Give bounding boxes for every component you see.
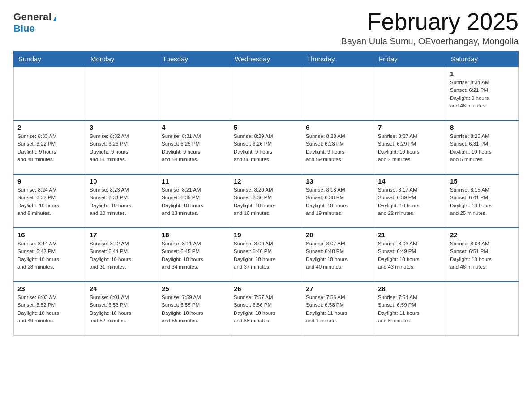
calendar-cell-week5-day5: 28Sunrise: 7:54 AMSunset: 6:59 PMDayligh… (374, 282, 446, 335)
day-number: 12 (234, 177, 298, 185)
calendar-cell-week4-day0: 16Sunrise: 8:14 AMSunset: 6:42 PMDayligh… (14, 228, 86, 282)
location: Bayan Uula Sumu, OEvoerhangay, Mongolia (341, 36, 519, 47)
day-number: 9 (17, 177, 82, 185)
day-info: Sunrise: 8:34 AMSunset: 6:21 PMDaylight:… (450, 79, 515, 110)
calendar-cell-week5-day3: 26Sunrise: 7:57 AMSunset: 6:56 PMDayligh… (230, 282, 302, 335)
day-info: Sunrise: 8:14 AMSunset: 6:42 PMDaylight:… (17, 240, 82, 271)
calendar-cell-week5-day0: 23Sunrise: 8:03 AMSunset: 6:52 PMDayligh… (14, 282, 86, 335)
header-thursday: Thursday (302, 51, 374, 67)
day-number: 2 (17, 124, 82, 131)
day-info: Sunrise: 7:57 AMSunset: 6:56 PMDaylight:… (234, 294, 298, 325)
calendar-cell-week3-day4: 13Sunrise: 8:18 AMSunset: 6:38 PMDayligh… (302, 174, 374, 228)
calendar-cell-week3-day0: 9Sunrise: 8:24 AMSunset: 6:32 PMDaylight… (14, 174, 86, 228)
day-number: 6 (306, 124, 370, 131)
day-info: Sunrise: 8:27 AMSunset: 6:29 PMDaylight:… (378, 133, 442, 163)
calendar-cell-week4-day1: 17Sunrise: 8:12 AMSunset: 6:44 PMDayligh… (86, 228, 158, 282)
calendar-cell-week2-day5: 7Sunrise: 8:27 AMSunset: 6:29 PMDaylight… (374, 120, 446, 174)
day-info: Sunrise: 8:20 AMSunset: 6:36 PMDaylight:… (234, 186, 298, 217)
calendar-cell-week5-day4: 27Sunrise: 7:56 AMSunset: 6:58 PMDayligh… (302, 282, 374, 335)
day-number: 14 (378, 177, 442, 185)
day-number: 17 (90, 231, 154, 239)
day-number: 28 (378, 285, 442, 292)
day-number: 11 (162, 177, 226, 185)
calendar-cell-week4-day5: 21Sunrise: 8:06 AMSunset: 6:49 PMDayligh… (374, 228, 446, 282)
day-info: Sunrise: 8:25 AMSunset: 6:31 PMDaylight:… (450, 133, 515, 163)
header-friday: Friday (374, 51, 446, 67)
day-info: Sunrise: 8:17 AMSunset: 6:39 PMDaylight:… (378, 186, 442, 217)
calendar-cell-week3-day1: 10Sunrise: 8:23 AMSunset: 6:34 PMDayligh… (86, 174, 158, 228)
day-number: 1 (450, 70, 515, 77)
day-info: Sunrise: 8:07 AMSunset: 6:48 PMDaylight:… (306, 240, 370, 271)
day-number: 4 (162, 124, 226, 131)
calendar-cell-week3-day3: 12Sunrise: 8:20 AMSunset: 6:36 PMDayligh… (230, 174, 302, 228)
day-info: Sunrise: 7:56 AMSunset: 6:58 PMDaylight:… (306, 294, 370, 325)
day-info: Sunrise: 8:03 AMSunset: 6:52 PMDaylight:… (17, 294, 82, 325)
calendar-cell-week2-day6: 8Sunrise: 8:25 AMSunset: 6:31 PMDaylight… (446, 120, 519, 174)
calendar-cell-week1-day5 (374, 67, 446, 120)
header-tuesday: Tuesday (158, 51, 230, 67)
day-number: 3 (90, 124, 154, 131)
day-number: 16 (17, 231, 82, 239)
calendar-cell-week4-day2: 18Sunrise: 8:11 AMSunset: 6:45 PMDayligh… (158, 228, 230, 282)
calendar-cell-week2-day4: 6Sunrise: 8:28 AMSunset: 6:28 PMDaylight… (302, 120, 374, 174)
day-info: Sunrise: 8:29 AMSunset: 6:26 PMDaylight:… (234, 133, 298, 163)
logo-general-row: General (13, 11, 56, 23)
day-number: 25 (162, 285, 226, 292)
page-header: General Blue February 2025 Bayan Uula Su… (13, 9, 519, 47)
logo-blue-text: Blue (13, 23, 35, 34)
day-number: 19 (234, 231, 298, 239)
day-info: Sunrise: 8:21 AMSunset: 6:35 PMDaylight:… (162, 186, 226, 217)
calendar-week-5: 23Sunrise: 8:03 AMSunset: 6:52 PMDayligh… (14, 282, 519, 335)
day-info: Sunrise: 8:24 AMSunset: 6:32 PMDaylight:… (17, 186, 82, 217)
logo-blue-row: Blue (13, 23, 35, 34)
header-wednesday: Wednesday (230, 51, 302, 67)
calendar-cell-week4-day3: 19Sunrise: 8:09 AMSunset: 6:46 PMDayligh… (230, 228, 302, 282)
day-number: 23 (17, 285, 82, 292)
day-info: Sunrise: 8:01 AMSunset: 6:53 PMDaylight:… (90, 294, 154, 325)
calendar-cell-week4-day6: 22Sunrise: 8:04 AMSunset: 6:51 PMDayligh… (446, 228, 519, 282)
calendar-cell-week3-day2: 11Sunrise: 8:21 AMSunset: 6:35 PMDayligh… (158, 174, 230, 228)
day-info: Sunrise: 8:15 AMSunset: 6:41 PMDaylight:… (450, 186, 515, 217)
calendar-cell-week5-day2: 25Sunrise: 7:59 AMSunset: 6:55 PMDayligh… (158, 282, 230, 335)
calendar-week-4: 16Sunrise: 8:14 AMSunset: 6:42 PMDayligh… (14, 228, 519, 282)
calendar-cell-week3-day6: 15Sunrise: 8:15 AMSunset: 6:41 PMDayligh… (446, 174, 519, 228)
calendar-week-3: 9Sunrise: 8:24 AMSunset: 6:32 PMDaylight… (14, 174, 519, 228)
day-number: 7 (378, 124, 442, 131)
header-saturday: Saturday (446, 51, 519, 67)
day-number: 27 (306, 285, 370, 292)
logo: General Blue (13, 9, 56, 34)
day-info: Sunrise: 8:06 AMSunset: 6:49 PMDaylight:… (378, 240, 442, 271)
logo-general-text: General (13, 11, 51, 22)
day-number: 22 (450, 231, 515, 239)
month-title: February 2025 (341, 9, 519, 34)
calendar-cell-week2-day0: 2Sunrise: 8:33 AMSunset: 6:22 PMDaylight… (14, 120, 86, 174)
day-info: Sunrise: 8:09 AMSunset: 6:46 PMDaylight:… (234, 240, 298, 271)
day-number: 26 (234, 285, 298, 292)
day-info: Sunrise: 7:59 AMSunset: 6:55 PMDaylight:… (162, 294, 226, 325)
header-monday: Monday (86, 51, 158, 67)
day-number: 13 (306, 177, 370, 185)
day-number: 24 (90, 285, 154, 292)
calendar-cell-week1-day4 (302, 67, 374, 120)
calendar-week-1: 1Sunrise: 8:34 AMSunset: 6:21 PMDaylight… (14, 67, 519, 120)
day-info: Sunrise: 8:04 AMSunset: 6:51 PMDaylight:… (450, 240, 515, 271)
calendar-cell-week5-day1: 24Sunrise: 8:01 AMSunset: 6:53 PMDayligh… (86, 282, 158, 335)
day-info: Sunrise: 7:54 AMSunset: 6:59 PMDaylight:… (378, 294, 442, 325)
calendar-week-2: 2Sunrise: 8:33 AMSunset: 6:22 PMDaylight… (14, 120, 519, 174)
header-sunday: Sunday (14, 51, 86, 67)
day-number: 20 (306, 231, 370, 239)
day-number: 10 (90, 177, 154, 185)
calendar-cell-week5-day6 (446, 282, 519, 335)
day-number: 21 (378, 231, 442, 239)
day-info: Sunrise: 8:32 AMSunset: 6:23 PMDaylight:… (90, 133, 154, 163)
calendar-cell-week2-day2: 4Sunrise: 8:31 AMSunset: 6:25 PMDaylight… (158, 120, 230, 174)
calendar-cell-week1-day2 (158, 67, 230, 120)
day-info: Sunrise: 8:12 AMSunset: 6:44 PMDaylight:… (90, 240, 154, 271)
calendar-cell-week1-day6: 1Sunrise: 8:34 AMSunset: 6:21 PMDaylight… (446, 67, 519, 120)
day-info: Sunrise: 8:28 AMSunset: 6:28 PMDaylight:… (306, 133, 370, 163)
calendar-cell-week3-day5: 14Sunrise: 8:17 AMSunset: 6:39 PMDayligh… (374, 174, 446, 228)
day-info: Sunrise: 8:31 AMSunset: 6:25 PMDaylight:… (162, 133, 226, 163)
day-info: Sunrise: 8:11 AMSunset: 6:45 PMDaylight:… (162, 240, 226, 271)
calendar-cell-week2-day1: 3Sunrise: 8:32 AMSunset: 6:23 PMDaylight… (86, 120, 158, 174)
day-info: Sunrise: 8:33 AMSunset: 6:22 PMDaylight:… (17, 133, 82, 163)
